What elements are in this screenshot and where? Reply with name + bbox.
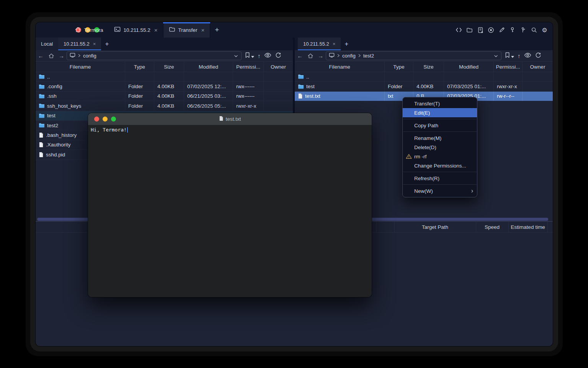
editor-content[interactable]: Hi, Termora! <box>88 125 372 297</box>
eye-icon[interactable] <box>264 53 271 59</box>
warning-icon <box>406 154 412 160</box>
file-icon <box>298 93 303 99</box>
tab-remote-host[interactable]: 10.211.55.2 × <box>58 38 101 50</box>
file-row-.ssh[interactable]: .sshFolder4.00KB06/21/2025 03:...rwx----… <box>36 92 293 101</box>
up-directory-icon[interactable]: ↑ <box>258 53 261 59</box>
tab-host[interactable]: 10.211.55.2 × <box>109 22 163 38</box>
menu-item-rename-m[interactable]: Rename(M) <box>403 133 477 143</box>
settings-icon[interactable]: ⚙ <box>541 27 548 33</box>
close-tab-icon[interactable]: × <box>333 41 336 47</box>
menu-item-refresh-r[interactable]: Refresh(R) <box>403 174 477 183</box>
search-icon[interactable] <box>531 27 537 33</box>
document-icon <box>219 116 224 122</box>
column-header-permissi-[interactable]: Permissi... <box>233 62 264 72</box>
menu-separator <box>403 184 477 185</box>
close-tab-icon[interactable]: × <box>154 27 158 33</box>
menu-item-rm-rf[interactable]: rm -rf <box>403 152 477 161</box>
new-panel-tab-button[interactable]: + <box>341 38 352 50</box>
keychain-icon[interactable] <box>520 27 526 33</box>
tab-termora[interactable]: Termora <box>69 22 109 38</box>
breadcrumb-config[interactable]: config <box>342 53 356 59</box>
minimize-traffic-light[interactable] <box>103 117 108 122</box>
refresh-icon[interactable] <box>275 52 281 60</box>
context-menu: Transfer(T)Edit(E)Copy PathRename(M)Dele… <box>402 97 477 197</box>
column-header-permissi-[interactable]: Permissi... <box>494 62 523 72</box>
editor-text: Hi, Termora! <box>91 127 127 133</box>
cell <box>184 72 233 81</box>
menu-item-copy-path[interactable]: Copy Path <box>403 121 477 130</box>
log-icon[interactable] <box>477 27 483 33</box>
home-icon[interactable] <box>305 53 315 59</box>
chevron-down-icon[interactable] <box>234 53 238 59</box>
key-icon[interactable] <box>509 27 516 33</box>
file-row-..[interactable]: .. <box>295 72 553 82</box>
refresh-icon[interactable] <box>535 52 541 60</box>
close-traffic-light[interactable] <box>94 117 99 122</box>
file-row-..[interactable]: .. <box>36 72 293 82</box>
menu-item-edit-e[interactable]: Edit(E) <box>403 108 477 117</box>
column-header-filename[interactable]: Filename <box>36 62 125 72</box>
column-header-type[interactable]: Type <box>385 62 413 72</box>
column-header-size[interactable]: Size <box>413 62 444 72</box>
up-directory-icon[interactable]: ↑ <box>518 53 521 59</box>
cell <box>125 72 154 81</box>
bookmark-icon[interactable] <box>505 52 510 60</box>
column-header-owner[interactable]: Owner <box>523 62 553 72</box>
column-speed[interactable]: Speed <box>476 222 508 233</box>
folder-icon[interactable] <box>466 27 473 33</box>
cell: rwx------ <box>233 82 264 91</box>
eye-icon[interactable] <box>524 53 531 59</box>
bookmark-icon[interactable] <box>245 52 250 60</box>
bookmark-caret-icon[interactable] <box>251 53 254 59</box>
breadcrumb-config[interactable]: config <box>83 53 96 59</box>
cell-text: rwxr-xr-x <box>497 84 517 89</box>
folder-icon <box>39 103 45 108</box>
breadcrumb-test2[interactable]: test2 <box>363 53 374 59</box>
close-tab-icon[interactable]: × <box>201 27 204 33</box>
tab-label: 10.211.55.2 <box>124 27 150 33</box>
new-tab-button[interactable]: + <box>210 22 224 38</box>
cell-text: rw-r--r-- <box>497 93 514 99</box>
file-row-.config[interactable]: .configFolder4.00KB07/02/2025 12:...rwx-… <box>36 82 293 91</box>
code-icon[interactable] <box>456 27 462 33</box>
column-header-owner[interactable]: Owner <box>264 62 293 72</box>
left-path-input[interactable]: config <box>67 51 242 60</box>
menu-item-new-w[interactable]: New(W)› <box>403 186 477 196</box>
column-estimated-time[interactable]: Estimated time <box>508 222 547 233</box>
column-header-modified[interactable]: Modified <box>184 62 233 72</box>
home-icon[interactable] <box>46 53 56 59</box>
file-row-ssh_host_keys[interactable]: ssh_host_keysFolder4.00KB06/26/2025 05:.… <box>36 101 293 111</box>
termora-window: Termora 10.211.55.2 × Transfer × + ⚙ <box>36 22 553 346</box>
close-tab-icon[interactable]: × <box>93 41 96 47</box>
right-path-input[interactable]: config test2 <box>326 51 501 60</box>
menu-item-change-permissions[interactable]: Change Permissions... <box>403 161 477 170</box>
menu-item-label: rm -rf <box>414 154 426 159</box>
cell-text: rwxr-xr-x <box>236 103 256 109</box>
menu-item-label: Copy Path <box>414 123 438 128</box>
back-icon[interactable]: ← <box>295 53 305 59</box>
new-panel-tab-button[interactable]: + <box>101 38 113 50</box>
tab-transfer[interactable]: Transfer × <box>163 22 211 38</box>
column-header-size[interactable]: Size <box>154 62 184 72</box>
zoom-traffic-light[interactable] <box>111 117 116 122</box>
tab-local[interactable]: Local <box>36 38 58 50</box>
tab-remote-host[interactable]: 10.211.55.2 × <box>298 38 341 50</box>
back-icon[interactable]: ← <box>36 53 46 59</box>
cell-text: Folder <box>128 84 143 89</box>
pencil-icon[interactable] <box>498 27 505 33</box>
column-header-type[interactable]: Type <box>125 62 154 72</box>
bookmark-caret-icon[interactable] <box>511 53 514 59</box>
forward-icon[interactable]: → <box>56 53 67 59</box>
menu-item-delete-d[interactable]: Delete(D) <box>403 143 477 152</box>
column-header-filename[interactable]: Filename <box>295 62 385 72</box>
chevron-down-icon[interactable] <box>494 53 498 59</box>
file-row-test[interactable]: testFolder4.00KB07/03/2025 01:...rwxr-xr… <box>295 82 553 91</box>
column-header-modified[interactable]: Modified <box>444 62 494 72</box>
column-target-path[interactable]: Target Path <box>394 222 476 233</box>
record-icon[interactable] <box>488 27 494 33</box>
menu-item-transfer-t[interactable]: Transfer(T) <box>403 99 477 108</box>
cell <box>444 72 494 81</box>
cell: .. <box>36 72 125 81</box>
cell <box>154 72 184 81</box>
forward-icon[interactable]: → <box>315 53 326 59</box>
